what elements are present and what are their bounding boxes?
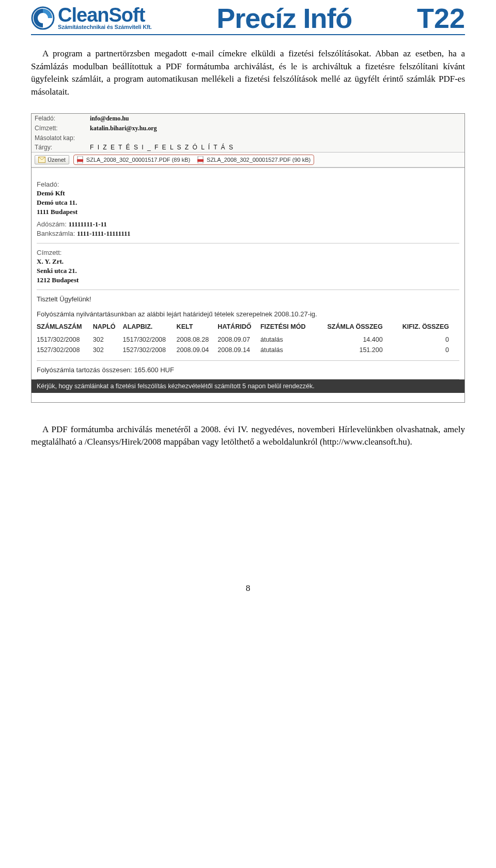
pdf-icon: [197, 156, 205, 163]
message-tab-button[interactable]: Üzenet: [35, 155, 69, 164]
greeting: Tisztelt Ügyfelünk!: [37, 295, 459, 303]
closing-strip: Kérjük, hogy számláinkat a fizetési fels…: [32, 379, 464, 393]
sender-label: Feladó:: [37, 180, 459, 188]
bank-label: Bankszámla:: [37, 230, 75, 237]
email-screenshot: Feladó: info@demo.hu Címzett: katalin.bi…: [31, 113, 465, 403]
cc-label: Másolatot kap:: [32, 133, 87, 143]
col-kifiz: KIFIZ. ÖSSZEG: [393, 321, 459, 334]
logo: CleanSoft Számítástechnikai és Számvitel…: [31, 6, 152, 30]
col-naplo: NAPLÓ: [93, 321, 123, 334]
col-alapbiz: ALAPBIZ.: [123, 321, 177, 334]
attachment-item[interactable]: SZLA_2008_302_00001517.PDF (89 kB): [77, 156, 190, 163]
tax-label: Adószám:: [37, 220, 67, 228]
pdf-icon: [77, 156, 84, 163]
from-value: info@demo.hu: [87, 114, 464, 124]
sender-addr: Demó utca 11.: [37, 199, 459, 207]
recipient-label: Címzett:: [37, 249, 459, 256]
sender-name: Demó Kft: [37, 189, 459, 197]
envelope-icon: [38, 157, 45, 163]
recipient-name: X. Y. Zrt.: [37, 257, 459, 266]
bank-value: 1111-1111-11111111: [77, 230, 130, 237]
cc-value: [87, 133, 464, 143]
invoice-table: SZÁMLASZÁM NAPLÓ ALAPBIZ. KELT HATÁRIDŐ …: [37, 321, 459, 355]
table-row: 1527/302/2008 302 1527/302/2008 2008.09.…: [37, 345, 459, 355]
document-title: Precíz Infó: [216, 2, 352, 34]
table-row: 1517/302/2008 302 1517/302/2008 2008.08.…: [37, 334, 459, 345]
logo-icon: [31, 6, 55, 30]
svg-rect-5: [197, 159, 204, 162]
subject-label: Tárgy:: [32, 143, 87, 152]
email-header-table: Feladó: info@demo.hu Címzett: katalin.bi…: [32, 114, 464, 152]
document-code: T22: [417, 2, 465, 34]
paragraph-2: A PDF formátumba archiválás menetéről a …: [31, 423, 465, 449]
svg-rect-3: [77, 159, 83, 162]
col-kelt: KELT: [177, 321, 218, 334]
brand-tagline: Számítástechnikai és Számviteli Kft.: [58, 24, 152, 30]
page-header: CleanSoft Számítástechnikai és Számvitel…: [31, 2, 465, 35]
col-fizmod: FIZETÉSI MÓD: [260, 321, 317, 334]
brand-name: CleanSoft: [58, 6, 145, 24]
from-label: Feladó:: [32, 114, 87, 124]
col-szamlaszam: SZÁMLASZÁM: [37, 321, 93, 334]
total-line: Folyószámla tartozás összesen: 165.600 H…: [37, 366, 459, 374]
col-hatarido: HATÁRIDŐ: [218, 321, 260, 334]
page-number: 8: [31, 583, 465, 593]
attachment-row: Üzenet SZLA_2008_302_00001517.PDF (89 kB…: [32, 152, 464, 167]
table-header-row: SZÁMLASZÁM NAPLÓ ALAPBIZ. KELT HATÁRIDŐ …: [37, 321, 459, 334]
subject-value: F I Z E T É S I _ F E L S Z Ó L Í T Á S: [87, 143, 464, 152]
to-value: katalin.bihari@xy.hu.org: [87, 124, 464, 133]
tax-value: 11111111-1-11: [68, 220, 106, 228]
attachment-list: SZLA_2008_302_00001517.PDF (89 kB) SZLA_…: [73, 155, 314, 165]
sender-city: 1111 Budapest: [37, 208, 459, 216]
recipient-addr: Senki utca 21.: [37, 267, 459, 275]
paragraph-1: A program a partnertörzsben megadott e-m…: [31, 48, 465, 99]
intro-text: Folyószámla nyilvántartásunkban az alább…: [37, 310, 459, 318]
col-osszeg: SZÁMLA ÖSSZEG: [317, 321, 393, 334]
recipient-city: 1212 Budapest: [37, 276, 459, 284]
email-body: Feladó: Demó Kft Demó utca 11. 1111 Buda…: [32, 167, 464, 402]
attachment-item[interactable]: SZLA_2008_302_00001527.PDF (90 kB): [197, 156, 311, 163]
to-label: Címzett:: [32, 124, 87, 133]
